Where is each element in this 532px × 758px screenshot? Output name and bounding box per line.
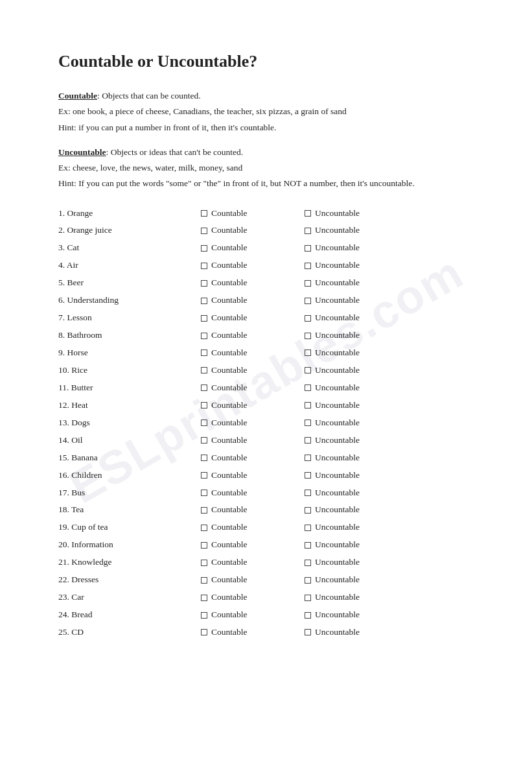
countable-option[interactable]: Countable (201, 486, 305, 501)
countable-option[interactable]: Countable (201, 451, 305, 466)
countable-checkbox[interactable] (201, 315, 207, 322)
uncountable-option[interactable]: Uncountable (305, 573, 408, 587)
uncountable-option[interactable]: Uncountable (305, 328, 408, 343)
uncountable-checkbox[interactable] (305, 245, 311, 252)
countable-option[interactable]: Countable (201, 538, 305, 552)
uncountable-checkbox[interactable] (305, 629, 311, 635)
uncountable-checkbox[interactable] (305, 472, 311, 479)
uncountable-checkbox[interactable] (305, 560, 311, 566)
countable-option[interactable]: Countable (201, 311, 305, 326)
countable-checkbox[interactable] (201, 472, 207, 479)
uncountable-option[interactable]: Uncountable (305, 241, 408, 255)
uncountable-checkbox[interactable] (305, 490, 311, 496)
uncountable-option[interactable]: Uncountable (305, 206, 408, 221)
countable-option[interactable]: Countable (201, 590, 305, 605)
countable-checkbox[interactable] (201, 612, 207, 619)
countable-checkbox[interactable] (201, 577, 207, 584)
uncountable-option[interactable]: Uncountable (305, 398, 408, 413)
countable-checkbox[interactable] (201, 455, 207, 461)
countable-option[interactable]: Countable (201, 608, 305, 622)
countable-option[interactable]: Countable (201, 468, 305, 483)
countable-checkbox[interactable] (201, 420, 207, 426)
uncountable-option[interactable]: Uncountable (305, 503, 408, 517)
uncountable-option[interactable]: Uncountable (305, 520, 408, 535)
countable-option[interactable]: Countable (201, 555, 305, 570)
uncountable-checkbox[interactable] (305, 455, 311, 461)
uncountable-checkbox[interactable] (305, 577, 311, 584)
uncountable-checkbox[interactable] (305, 263, 311, 269)
countable-option[interactable]: Countable (201, 573, 305, 587)
countable-option[interactable]: Countable (201, 503, 305, 517)
countable-option[interactable]: Countable (201, 206, 305, 221)
uncountable-option[interactable]: Uncountable (305, 416, 408, 431)
uncountable-option[interactable]: Uncountable (305, 486, 408, 501)
uncountable-checkbox[interactable] (305, 349, 311, 356)
countable-checkbox[interactable] (201, 349, 207, 356)
uncountable-checkbox[interactable] (305, 385, 311, 391)
countable-checkbox[interactable] (201, 367, 207, 373)
uncountable-option[interactable]: Uncountable (305, 468, 408, 483)
countable-option[interactable]: Countable (201, 416, 305, 431)
uncountable-checkbox[interactable] (305, 595, 311, 601)
uncountable-option[interactable]: Uncountable (305, 258, 408, 273)
countable-checkbox[interactable] (201, 263, 207, 269)
uncountable-option[interactable]: Uncountable (305, 590, 408, 605)
countable-option[interactable]: Countable (201, 625, 305, 640)
countable-checkbox[interactable] (201, 228, 207, 234)
uncountable-checkbox[interactable] (305, 612, 311, 619)
countable-checkbox[interactable] (201, 595, 207, 601)
countable-option[interactable]: Countable (201, 258, 305, 273)
uncountable-option[interactable]: Uncountable (305, 363, 408, 378)
countable-option[interactable]: Countable (201, 398, 305, 413)
countable-option[interactable]: Countable (201, 328, 305, 343)
uncountable-checkbox[interactable] (305, 542, 311, 549)
countable-checkbox[interactable] (201, 402, 207, 409)
uncountable-option[interactable]: Uncountable (305, 608, 408, 622)
countable-checkbox[interactable] (201, 437, 207, 444)
uncountable-option[interactable]: Uncountable (305, 311, 408, 326)
countable-checkbox[interactable] (201, 245, 207, 252)
uncountable-option[interactable]: Uncountable (305, 433, 408, 448)
uncountable-option[interactable]: Uncountable (305, 293, 408, 308)
uncountable-checkbox[interactable] (305, 525, 311, 531)
countable-option[interactable]: Countable (201, 520, 305, 535)
countable-option[interactable]: Countable (201, 346, 305, 361)
countable-checkbox[interactable] (201, 280, 207, 287)
uncountable-option[interactable]: Uncountable (305, 381, 408, 396)
countable-checkbox[interactable] (201, 210, 207, 217)
uncountable-checkbox[interactable] (305, 333, 311, 339)
countable-option[interactable]: Countable (201, 293, 305, 308)
countable-checkbox[interactable] (201, 298, 207, 304)
uncountable-checkbox[interactable] (305, 507, 311, 514)
countable-checkbox[interactable] (201, 542, 207, 549)
countable-option[interactable]: Countable (201, 241, 305, 255)
uncountable-checkbox[interactable] (305, 228, 311, 234)
uncountable-option[interactable]: Uncountable (305, 223, 408, 238)
uncountable-checkbox[interactable] (305, 280, 311, 287)
countable-checkbox[interactable] (201, 490, 207, 496)
countable-option[interactable]: Countable (201, 223, 305, 238)
countable-checkbox[interactable] (201, 385, 207, 391)
uncountable-option[interactable]: Uncountable (305, 346, 408, 361)
countable-checkbox[interactable] (201, 333, 207, 339)
uncountable-checkbox[interactable] (305, 367, 311, 373)
countable-option[interactable]: Countable (201, 276, 305, 290)
countable-checkbox[interactable] (201, 525, 207, 531)
countable-checkbox[interactable] (201, 507, 207, 514)
uncountable-checkbox[interactable] (305, 210, 311, 217)
uncountable-checkbox[interactable] (305, 402, 311, 409)
uncountable-option[interactable]: Uncountable (305, 276, 408, 290)
uncountable-option[interactable]: Uncountable (305, 538, 408, 552)
uncountable-checkbox[interactable] (305, 437, 311, 444)
uncountable-option[interactable]: Uncountable (305, 451, 408, 466)
countable-checkbox[interactable] (201, 629, 207, 635)
uncountable-option[interactable]: Uncountable (305, 625, 408, 640)
uncountable-option[interactable]: Uncountable (305, 555, 408, 570)
countable-option[interactable]: Countable (201, 381, 305, 396)
countable-option[interactable]: Countable (201, 363, 305, 378)
countable-checkbox[interactable] (201, 560, 207, 566)
countable-option[interactable]: Countable (201, 433, 305, 448)
uncountable-checkbox[interactable] (305, 315, 311, 322)
uncountable-checkbox[interactable] (305, 298, 311, 304)
uncountable-checkbox[interactable] (305, 420, 311, 426)
